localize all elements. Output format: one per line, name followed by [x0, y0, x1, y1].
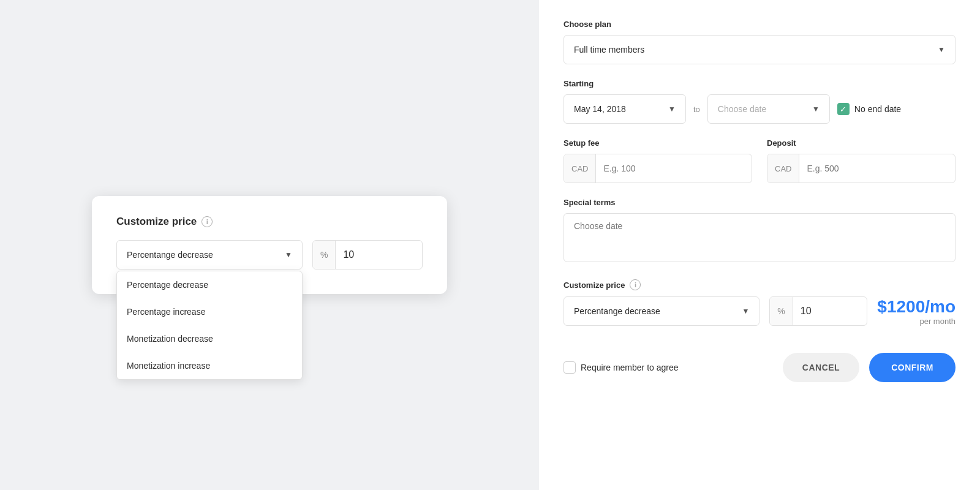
setup-fee-label: Setup fee — [564, 138, 752, 148]
starting-section: Starting May 14, 2018 ▼ to Choose date ▼… — [564, 79, 956, 124]
customize-number-input[interactable] — [793, 306, 868, 317]
modal-number-input-wrap: % — [312, 240, 423, 270]
customize-arrow-icon: ▼ — [742, 307, 749, 315]
cancel-button[interactable]: CANCEL — [783, 353, 859, 382]
require-label-text: Require member to agree — [581, 363, 679, 372]
dropdown-arrow-icon: ▼ — [285, 251, 292, 259]
deposit-label: Deposit — [767, 138, 956, 148]
customize-price-header: Customize price i — [564, 279, 956, 290]
fee-section: Setup fee CAD Deposit CAD — [564, 138, 956, 183]
special-terms-section: Special terms — [564, 198, 956, 265]
end-date-arrow-icon: ▼ — [812, 105, 820, 113]
modal-card: Customize price i Percentange decrease ▼… — [92, 196, 447, 294]
require-label-wrap: Require member to agree — [564, 361, 679, 374]
deposit-input-wrap: CAD — [767, 154, 956, 183]
dropdown-item-4[interactable]: Monetization increase — [117, 352, 302, 379]
plan-select[interactable]: Full time members ▼ — [564, 35, 956, 64]
dropdown-item-1[interactable]: Percentage decrease — [117, 271, 302, 298]
price-period: per month — [877, 317, 956, 326]
require-checkbox[interactable] — [564, 361, 576, 374]
no-end-date-checkbox[interactable]: ✓ — [837, 103, 850, 115]
special-terms-label: Special terms — [564, 198, 956, 207]
customize-price-dropdown[interactable]: Percentange decrease ▼ Percentage decrea… — [116, 240, 303, 270]
customize-selected-value: Percentange decrease — [574, 306, 660, 316]
confirm-button[interactable]: CONFIRM — [869, 353, 956, 382]
setup-fee-prefix: CAD — [564, 154, 596, 183]
customize-prefix: % — [770, 297, 793, 325]
start-date-arrow-icon: ▼ — [668, 105, 676, 113]
modal-number-prefix: % — [313, 241, 336, 269]
dropdown-selected-value: Percentange decrease — [127, 250, 213, 260]
price-display: $1200/mo per month — [877, 297, 956, 326]
starting-label: Starting — [564, 79, 956, 88]
dropdown-menu: Percentage decrease Percentage increase … — [116, 271, 303, 380]
choose-plan-label: Choose plan — [564, 20, 956, 29]
dropdown-item-2[interactable]: Percentage increase — [117, 298, 302, 325]
modal-title: Customize price i — [116, 216, 423, 228]
dropdown-select[interactable]: Percentange decrease ▼ — [116, 240, 303, 270]
price-amount: $1200/mo — [877, 297, 956, 317]
end-date-placeholder: Choose date — [718, 104, 766, 114]
choose-plan-section: Choose plan Full time members ▼ — [564, 20, 956, 64]
to-label: to — [693, 105, 700, 114]
customize-row: Percentange decrease ▼ % $1200/mo per mo… — [564, 296, 956, 326]
customize-price-info-icon[interactable]: i — [630, 279, 641, 290]
modal-number-input[interactable] — [336, 249, 423, 260]
customize-price-label-text: Customize price — [564, 281, 625, 290]
special-terms-input[interactable] — [564, 213, 956, 262]
plan-arrow-icon: ▼ — [938, 45, 945, 54]
start-date-select[interactable]: May 14, 2018 ▼ — [564, 94, 686, 124]
deposit-col: Deposit CAD — [767, 138, 956, 183]
start-date-value: May 14, 2018 — [574, 104, 626, 114]
setup-fee-col: Setup fee CAD — [564, 138, 752, 183]
no-end-date-wrap: ✓ No end date — [837, 103, 901, 115]
customize-number-wrap: % — [769, 296, 867, 326]
date-row: May 14, 2018 ▼ to Choose date ▼ ✓ No end… — [564, 94, 956, 124]
modal-info-icon[interactable]: i — [202, 216, 213, 227]
customize-price-section: Customize price i Percentange decrease ▼… — [564, 279, 956, 326]
modal-row: Percentange decrease ▼ Percentage decrea… — [116, 240, 423, 270]
customize-dropdown-select[interactable]: Percentange decrease ▼ — [564, 296, 760, 326]
end-date-select[interactable]: Choose date ▼ — [707, 94, 830, 124]
modal-title-text: Customize price — [116, 216, 197, 228]
setup-fee-input[interactable] — [596, 164, 752, 173]
left-panel: Customize price i Percentange decrease ▼… — [0, 0, 539, 490]
footer-row: Require member to agree CANCEL CONFIRM — [564, 353, 956, 382]
no-end-date-label: No end date — [854, 104, 901, 114]
right-panel: Choose plan Full time members ▼ Starting… — [539, 0, 980, 490]
deposit-input[interactable] — [799, 164, 955, 173]
setup-fee-input-wrap: CAD — [564, 154, 752, 183]
dropdown-item-3[interactable]: Monetization decrease — [117, 325, 302, 352]
deposit-prefix: CAD — [767, 154, 799, 183]
plan-value: Full time members — [574, 45, 644, 55]
